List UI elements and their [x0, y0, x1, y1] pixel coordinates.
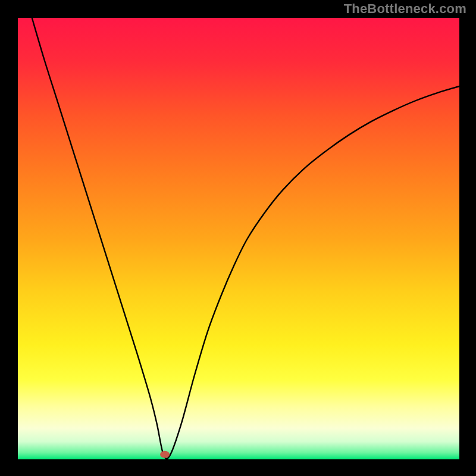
watermark-text: TheBottleneck.com	[344, 1, 466, 17]
plot-background	[18, 18, 459, 459]
bottleneck-chart	[0, 0, 476, 476]
chart-frame: { "watermark": "TheBottleneck.com", "plo…	[0, 0, 476, 476]
optimal-point-marker	[160, 451, 170, 458]
